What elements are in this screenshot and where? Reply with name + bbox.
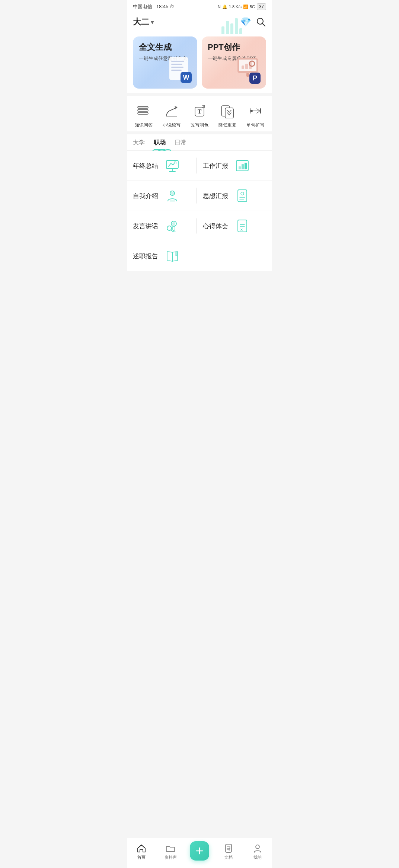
person-icon bbox=[164, 188, 181, 204]
nfc-icon: N bbox=[218, 4, 221, 9]
mic-icon bbox=[164, 218, 181, 234]
grid-row-2[interactable]: 发言讲话 心得体会 bbox=[127, 211, 272, 241]
novel-label: 小说续写 bbox=[163, 122, 181, 128]
work-report-text: 工作汇报 bbox=[203, 162, 228, 170]
dedup-icon bbox=[218, 102, 236, 120]
status-bar: 中国电信 18:45 ⏱ N 🔔 1.8 K/s 📶 5G 37 bbox=[127, 0, 272, 13]
thought-report-text: 思想汇报 bbox=[203, 192, 228, 200]
svg-rect-4 bbox=[171, 64, 182, 65]
word-doc-icon: W bbox=[167, 56, 194, 84]
header-actions: 💎 bbox=[240, 17, 266, 27]
annual-summary-text: 年终总结 bbox=[133, 162, 158, 170]
svg-point-41 bbox=[171, 192, 174, 195]
expand-icon bbox=[246, 102, 264, 120]
expand-label: 单句扩写 bbox=[246, 122, 264, 128]
banner-full-text-title: 全文生成 bbox=[139, 42, 191, 52]
qa-icon bbox=[135, 102, 153, 120]
status-carrier-time: 中国电信 18:45 ⏱ bbox=[133, 3, 174, 10]
tool-qa[interactable]: 知识问答 bbox=[135, 102, 153, 128]
tools-section: 知识问答 小说续写 T 改写润色 bbox=[127, 96, 272, 131]
grid-row-3[interactable]: 述职报告 bbox=[127, 241, 272, 271]
svg-line-53 bbox=[171, 230, 173, 232]
rewrite-icon: T bbox=[191, 102, 208, 120]
self-intro-text: 自我介绍 bbox=[133, 192, 158, 200]
dropdown-arrow: ▾ bbox=[151, 19, 154, 26]
svg-rect-38 bbox=[245, 163, 247, 169]
grid-item-self-intro: 自我介绍 bbox=[133, 188, 196, 204]
signal-icon: 5G bbox=[250, 4, 255, 9]
search-icon[interactable] bbox=[256, 17, 266, 27]
ppt-icon: P bbox=[236, 56, 262, 84]
grid-row-1[interactable]: 自我介绍 思想汇报 bbox=[127, 181, 272, 211]
tool-novel[interactable]: 小说续写 bbox=[163, 102, 181, 128]
banner-section: 全文生成 一键生成任意题材全文 W PPT创作 一键生成专 bbox=[127, 32, 272, 93]
svg-point-44 bbox=[241, 192, 244, 195]
grid-item-duty-report: 述职报告 bbox=[133, 248, 200, 264]
svg-rect-6 bbox=[171, 70, 182, 71]
document-icon bbox=[234, 188, 250, 204]
svg-point-48 bbox=[172, 222, 175, 225]
active-tab-underline bbox=[152, 148, 171, 151]
tool-dedup[interactable]: 降低重复 bbox=[218, 102, 236, 128]
svg-rect-20 bbox=[138, 109, 148, 111]
banner-full-text[interactable]: 全文生成 一键生成任意题材全文 W bbox=[133, 36, 197, 89]
svg-text:W: W bbox=[183, 74, 189, 81]
svg-line-1 bbox=[262, 23, 265, 26]
duty-report-text: 述职报告 bbox=[133, 252, 158, 261]
tool-expand[interactable]: 单句扩写 bbox=[246, 102, 264, 128]
grid-item-thought-report: 思想汇报 bbox=[197, 188, 266, 204]
tab-daily[interactable]: 日常 bbox=[175, 139, 186, 150]
category-tabs: 大学 职场 日常 bbox=[127, 134, 272, 151]
status-right: N 🔔 1.8 K/s 📶 5G 37 bbox=[218, 3, 266, 10]
svg-rect-15 bbox=[246, 73, 249, 77]
header: 大二 ▾ 💎 bbox=[127, 13, 272, 32]
dedup-label: 降低重复 bbox=[218, 122, 236, 128]
tab-university[interactable]: 大学 bbox=[133, 139, 145, 150]
svg-rect-5 bbox=[171, 67, 183, 68]
experience-text: 心得体会 bbox=[203, 222, 228, 230]
banner-ppt-title: PPT创作 bbox=[208, 42, 260, 52]
svg-rect-43 bbox=[238, 190, 247, 202]
svg-text:P: P bbox=[253, 74, 257, 82]
banner-ppt[interactable]: PPT创作 一键生成专属你的PPT bbox=[202, 36, 266, 89]
svg-rect-27 bbox=[225, 108, 233, 118]
chart-icon bbox=[234, 157, 250, 174]
tab-workplace[interactable]: 职场 bbox=[154, 139, 166, 150]
qa-label: 知识问答 bbox=[135, 122, 153, 128]
grid-item-work-report: 工作汇报 bbox=[197, 157, 266, 174]
presentation-icon bbox=[164, 157, 181, 174]
header-title-section[interactable]: 大二 ▾ bbox=[133, 16, 154, 28]
grid-item-speech: 发言讲话 bbox=[133, 218, 196, 234]
bell-icon: 🔔 bbox=[222, 4, 227, 9]
book-icon bbox=[164, 248, 181, 264]
network-speed: 1.8 K/s bbox=[229, 4, 242, 9]
grid-item-experience: 心得体会 bbox=[197, 218, 266, 234]
xdoc-icon bbox=[234, 218, 250, 234]
novel-icon bbox=[163, 102, 181, 120]
svg-point-28 bbox=[250, 110, 253, 112]
grid-section: 年终总结 工作汇报 bbox=[127, 151, 272, 271]
svg-rect-12 bbox=[245, 64, 248, 69]
svg-rect-21 bbox=[138, 112, 148, 114]
wifi-icon: 📶 bbox=[243, 4, 248, 9]
battery-icon: 37 bbox=[257, 3, 266, 10]
svg-rect-37 bbox=[242, 164, 244, 169]
tool-rewrite[interactable]: T 改写润色 bbox=[191, 102, 208, 128]
svg-rect-3 bbox=[171, 61, 184, 62]
svg-text:T: T bbox=[198, 108, 202, 115]
svg-rect-11 bbox=[242, 66, 244, 69]
grid-row-0[interactable]: 年终总结 工作汇报 bbox=[127, 151, 272, 181]
svg-rect-36 bbox=[239, 166, 241, 169]
grid-item-annual-summary: 年终总结 bbox=[133, 157, 196, 174]
speech-text: 发言讲话 bbox=[133, 222, 158, 230]
rewrite-label: 改写润色 bbox=[191, 122, 208, 128]
grade-title: 大二 bbox=[133, 16, 149, 28]
